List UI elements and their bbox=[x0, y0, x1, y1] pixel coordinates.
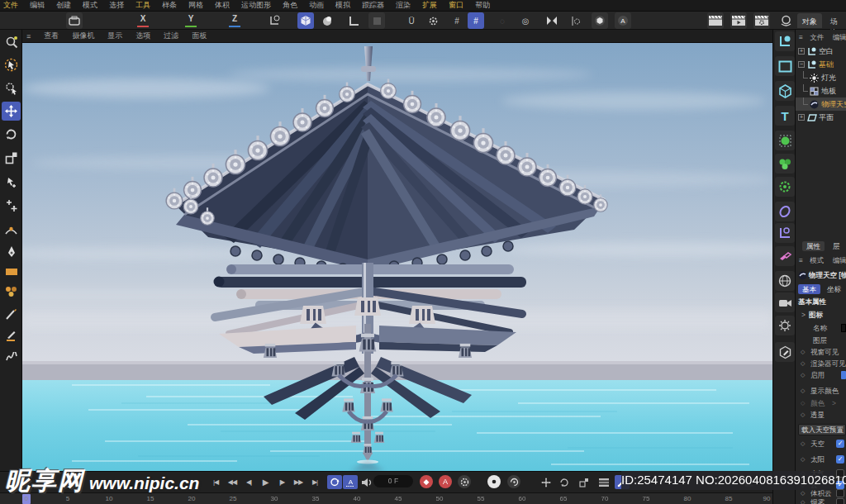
menu-simulate[interactable]: 模拟 bbox=[335, 0, 350, 11]
globe-icon[interactable] bbox=[775, 271, 795, 291]
menu-render[interactable]: 渲染 bbox=[396, 0, 411, 11]
menu-select[interactable]: 选择 bbox=[109, 0, 124, 11]
dim-circle-icon[interactable]: ◌ bbox=[494, 12, 511, 29]
brush-icon[interactable] bbox=[2, 305, 21, 324]
name-field[interactable] bbox=[841, 324, 846, 332]
keyframe-settings-button[interactable] bbox=[458, 475, 471, 488]
goto-start-button[interactable]: |◀ bbox=[208, 475, 223, 489]
multi-move-icon[interactable] bbox=[2, 196, 21, 215]
tab-objects[interactable]: 对象 bbox=[797, 13, 822, 28]
coord-u-icon[interactable]: Ü bbox=[403, 12, 420, 29]
hex-ball-icon[interactable] bbox=[592, 12, 608, 29]
tab-layers[interactable]: 层 bbox=[829, 241, 844, 251]
key-diamond-icon[interactable]: ◇ bbox=[801, 400, 805, 407]
key-diamond-icon[interactable]: ◇ bbox=[801, 411, 805, 418]
render-settings-icon[interactable] bbox=[753, 12, 770, 29]
tab-basic[interactable]: 基本 bbox=[798, 284, 820, 294]
sky-tool-icon[interactable] bbox=[775, 316, 795, 335]
snap-grid-active-icon[interactable]: # bbox=[468, 12, 484, 29]
pen-gear-icon[interactable] bbox=[567, 12, 583, 29]
parameter-layers-icon[interactable] bbox=[596, 475, 611, 489]
key-diamond-icon[interactable]: ◇ bbox=[801, 456, 805, 463]
model-mode-cube-icon[interactable] bbox=[297, 12, 314, 29]
tweak-tool-icon[interactable] bbox=[2, 78, 21, 97]
goto-end-button[interactable]: ▶| bbox=[307, 475, 322, 489]
target-circle-icon[interactable]: ◎ bbox=[517, 12, 534, 29]
scale-tool-icon[interactable] bbox=[2, 148, 21, 167]
menu-character[interactable]: 角色 bbox=[283, 0, 297, 11]
key-diamond-icon[interactable]: ◇ bbox=[801, 490, 805, 497]
next-frame-button[interactable]: |▶ bbox=[274, 475, 289, 489]
deformer-planes-icon[interactable] bbox=[775, 246, 795, 266]
snap-grid-icon[interactable]: # bbox=[449, 12, 465, 29]
tree-item-plane[interactable]: + 平面 bbox=[796, 111, 846, 124]
spline-arc-icon[interactable] bbox=[2, 221, 21, 240]
texture-ball-icon[interactable] bbox=[319, 12, 335, 29]
cube-primitive-icon[interactable] bbox=[775, 81, 795, 101]
plain-square-icon[interactable] bbox=[368, 12, 385, 29]
menu-tracker[interactable]: 跟踪器 bbox=[362, 0, 384, 11]
record-keyframe-button[interactable]: ◆ bbox=[420, 475, 433, 488]
menu-edit[interactable]: 编辑 bbox=[30, 0, 45, 11]
vp-menu-view[interactable]: 查看 bbox=[44, 31, 59, 41]
enabled-checkbox[interactable] bbox=[841, 371, 846, 379]
rect-spline-icon[interactable] bbox=[2, 262, 21, 281]
loop-mode-button[interactable] bbox=[327, 475, 342, 489]
spline-pen-icon[interactable] bbox=[775, 31, 795, 51]
menu-animate[interactable]: 动画 bbox=[309, 0, 324, 11]
autokey-button[interactable]: A bbox=[439, 475, 452, 488]
play-button[interactable]: ▶ bbox=[258, 475, 273, 489]
key-diamond-icon[interactable]: ◇ bbox=[801, 360, 805, 367]
key-diamond-icon[interactable]: ◇ bbox=[801, 372, 805, 378]
a-ball-icon[interactable]: A bbox=[615, 12, 631, 29]
sketch-icon[interactable] bbox=[2, 348, 21, 367]
load-sky-preset-button[interactable]: 载入天空预置 bbox=[798, 424, 846, 435]
tree-item-light[interactable]: 灯光 bbox=[796, 71, 846, 84]
primitive-dots-icon[interactable] bbox=[2, 282, 21, 301]
tree-item-base[interactable]: − 基础 bbox=[796, 58, 846, 71]
material-ball-icon[interactable] bbox=[777, 12, 794, 29]
motion-spiral-button[interactable] bbox=[507, 475, 520, 488]
attr-menu-edit[interactable]: 编辑 bbox=[833, 256, 846, 264]
tree-item-floor[interactable]: 地板 bbox=[796, 84, 846, 97]
tab-takes[interactable]: 场次 bbox=[825, 13, 846, 28]
current-frame-field[interactable]: 0 F bbox=[373, 475, 413, 487]
tree-item-null[interactable]: + 空白 bbox=[796, 45, 846, 58]
hamburger-icon[interactable]: ≡ bbox=[799, 33, 803, 41]
prev-frame-button[interactable]: ◀| bbox=[241, 475, 256, 489]
expand-icon[interactable]: + bbox=[798, 48, 805, 55]
spline-pen-icon[interactable] bbox=[2, 242, 21, 261]
collapse-icon[interactable]: − bbox=[798, 61, 805, 68]
menu-help[interactable]: 帮助 bbox=[475, 0, 490, 11]
modeling-pen-icon[interactable] bbox=[775, 342, 795, 362]
generator-gear-icon[interactable] bbox=[775, 177, 795, 197]
position-lock-icon[interactable] bbox=[539, 475, 554, 489]
axis-y-toggle[interactable]: Y bbox=[185, 14, 197, 27]
sky-checkbox[interactable]: ✓ bbox=[836, 440, 844, 448]
vp-menu-display[interactable]: 显示 bbox=[107, 31, 122, 41]
viewport[interactable]: ≡ 查看 摄像机 显示 选项 过滤 面板 bbox=[22, 30, 772, 471]
menu-extensions[interactable]: 扩展 bbox=[422, 0, 437, 11]
cloner-icon[interactable] bbox=[775, 154, 795, 174]
key-diamond-icon[interactable]: ◇ bbox=[801, 388, 805, 394]
key-diamond-icon[interactable]: ◇ bbox=[801, 499, 805, 504]
next-key-button[interactable]: ▶▶ bbox=[291, 475, 306, 489]
viewport-canvas[interactable] bbox=[22, 43, 772, 471]
vp-menu-filter[interactable]: 过滤 bbox=[164, 31, 178, 41]
menu-volume[interactable]: 体积 bbox=[215, 0, 230, 11]
key-selection-button[interactable] bbox=[487, 475, 501, 488]
line-pen-icon[interactable] bbox=[2, 326, 21, 345]
menu-create[interactable]: 创建 bbox=[56, 0, 71, 11]
rotation-lock-icon[interactable] bbox=[557, 475, 572, 489]
scale-lock-icon[interactable] bbox=[577, 475, 592, 489]
volumetric-clouds-checkbox[interactable] bbox=[836, 489, 844, 497]
workplane-axis-icon[interactable] bbox=[266, 12, 283, 29]
vp-menu-options[interactable]: 选项 bbox=[135, 31, 150, 41]
project-box-icon[interactable] bbox=[66, 12, 83, 29]
axis-z-toggle[interactable]: Z bbox=[229, 14, 240, 27]
sun-checkbox[interactable]: ✓ bbox=[836, 455, 844, 464]
axis-x-toggle[interactable]: X bbox=[137, 14, 149, 27]
subdivision-sphere-icon[interactable] bbox=[775, 131, 795, 150]
symmetry-butterfly-icon[interactable] bbox=[544, 12, 560, 29]
menu-mode[interactable]: 模式 bbox=[83, 0, 97, 11]
